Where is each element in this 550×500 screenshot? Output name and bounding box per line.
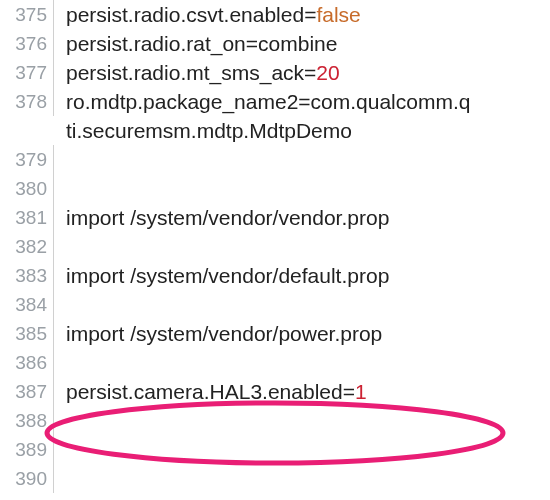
code-content[interactable]: import /system/vendor/power.prop: [54, 319, 550, 348]
code-content[interactable]: persist.camera.HAL3.enabled=1: [54, 377, 550, 406]
line-number: 389: [0, 435, 54, 464]
code-line[interactable]: 388: [0, 406, 550, 435]
line-number: 382: [0, 232, 54, 261]
code-content[interactable]: import /system/vendor/default.prop: [54, 261, 550, 290]
line-number: 377: [0, 58, 54, 87]
code-segment: import /system/vendor/power.prop: [66, 322, 382, 345]
code-content[interactable]: import /system/vendor/vendor.prop: [54, 203, 550, 232]
code-line[interactable]: 377persist.radio.mt_sms_ack=20: [0, 58, 550, 87]
code-segment: persist.radio.rat_on=combine: [66, 32, 337, 55]
line-number: 388: [0, 406, 54, 435]
code-content[interactable]: persist.radio.csvt.enabled=false: [54, 0, 550, 29]
code-editor[interactable]: 375persist.radio.csvt.enabled=false376pe…: [0, 0, 550, 493]
line-number: 386: [0, 348, 54, 377]
code-line[interactable]: 376persist.radio.rat_on=combine: [0, 29, 550, 58]
code-line[interactable]: 387persist.camera.HAL3.enabled=1: [0, 377, 550, 406]
code-segment: persist.radio.csvt.enabled=: [66, 3, 316, 26]
line-number: 387: [0, 377, 54, 406]
code-line[interactable]: 380: [0, 174, 550, 203]
code-line[interactable]: 384: [0, 290, 550, 319]
code-segment: persist.radio.mt_sms_ack=: [66, 61, 316, 84]
code-content[interactable]: persist.radio.mt_sms_ack=20: [54, 58, 550, 87]
line-number: 380: [0, 174, 54, 203]
code-line[interactable]: 385import /system/vendor/power.prop: [0, 319, 550, 348]
line-number: 384: [0, 290, 54, 319]
code-segment: 1: [355, 380, 367, 403]
line-number: 390: [0, 464, 54, 493]
code-content[interactable]: ro.mdtp.package_name2=com.qualcomm.q: [54, 87, 550, 116]
code-line[interactable]: 379: [0, 145, 550, 174]
code-segment: persist.camera.HAL3.enabled=: [66, 380, 355, 403]
code-content[interactable]: ti.securemsm.mdtp.MdtpDemo: [54, 116, 550, 145]
line-number: 376: [0, 29, 54, 58]
code-segment: false: [316, 3, 360, 26]
code-content[interactable]: persist.radio.rat_on=combine: [54, 29, 550, 58]
code-line[interactable]: 383import /system/vendor/default.prop: [0, 261, 550, 290]
code-segment: ti.securemsm.mdtp.MdtpDemo: [66, 119, 352, 142]
line-number: 378: [0, 87, 54, 116]
line-number: 383: [0, 261, 54, 290]
code-segment: import /system/vendor/vendor.prop: [66, 206, 389, 229]
line-number: 379: [0, 145, 54, 174]
code-line[interactable]: 382: [0, 232, 550, 261]
code-line[interactable]: 386: [0, 348, 550, 377]
code-line[interactable]: 381import /system/vendor/vendor.prop: [0, 203, 550, 232]
code-line[interactable]: 389: [0, 435, 550, 464]
line-number: 385: [0, 319, 54, 348]
code-line[interactable]: 375persist.radio.csvt.enabled=false: [0, 0, 550, 29]
code-line[interactable]: 378ro.mdtp.package_name2=com.qualcomm.q: [0, 87, 550, 116]
code-line[interactable]: ti.securemsm.mdtp.MdtpDemo: [0, 116, 550, 145]
line-number: 381: [0, 203, 54, 232]
code-segment: import /system/vendor/default.prop: [66, 264, 389, 287]
line-number: 375: [0, 0, 54, 29]
code-segment: ro.mdtp.package_name2=com.qualcomm.q: [66, 90, 470, 113]
code-segment: 20: [316, 61, 339, 84]
code-line[interactable]: 390: [0, 464, 550, 493]
